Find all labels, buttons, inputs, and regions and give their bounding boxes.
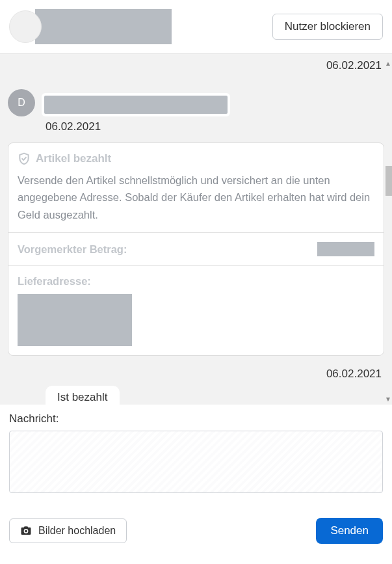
chat-header: Nutzer blockieren bbox=[0, 0, 392, 53]
reserved-amount-label: Vorgemerkter Betrag: bbox=[18, 243, 127, 256]
upload-images-label: Bilder hochladen bbox=[38, 525, 116, 537]
shield-check-icon bbox=[18, 152, 31, 165]
message-row: D bbox=[8, 89, 384, 116]
sender-avatar[interactable]: D bbox=[8, 89, 35, 116]
message-content-redacted bbox=[42, 93, 230, 116]
scroll-down-arrow-icon[interactable]: ▼ bbox=[385, 396, 391, 403]
camera-icon bbox=[20, 525, 32, 537]
scrollbar-thumb[interactable] bbox=[385, 166, 392, 196]
payment-info-card: Artikel bezahlt Versende den Artikel sch… bbox=[8, 142, 384, 356]
block-user-button[interactable]: Nutzer blockieren bbox=[272, 14, 383, 40]
date-separator: 06.02.2021 bbox=[8, 362, 384, 386]
chat-header-user bbox=[9, 9, 172, 44]
payment-card-body: Versende den Artikel schnellstmöglich un… bbox=[18, 172, 374, 223]
user-name-redacted bbox=[35, 9, 172, 44]
message-input-label: Nachricht: bbox=[9, 412, 383, 425]
date-separator: 06.02.2021 bbox=[8, 54, 384, 77]
delivery-address-label: Lieferadresse: bbox=[18, 275, 91, 287]
reserved-amount-redacted bbox=[317, 242, 374, 256]
user-avatar[interactable] bbox=[9, 10, 42, 43]
compose-area: Nachricht: Bilder hochladen Senden bbox=[0, 405, 392, 554]
payment-card-title: Artikel bezahlt bbox=[36, 152, 111, 165]
chat-messages-area[interactable]: 06.02.2021 D 06.02.2021 Artikel bezahlt … bbox=[0, 53, 392, 405]
send-button[interactable]: Senden bbox=[316, 518, 383, 544]
delivery-address-redacted bbox=[18, 294, 132, 346]
message-input[interactable] bbox=[9, 431, 383, 493]
message-timestamp: 06.02.2021 bbox=[46, 120, 384, 133]
message-bubble: Ist bezahlt bbox=[46, 386, 120, 405]
scroll-up-arrow-icon[interactable]: ▲ bbox=[385, 60, 391, 67]
upload-images-button[interactable]: Bilder hochladen bbox=[9, 518, 127, 543]
